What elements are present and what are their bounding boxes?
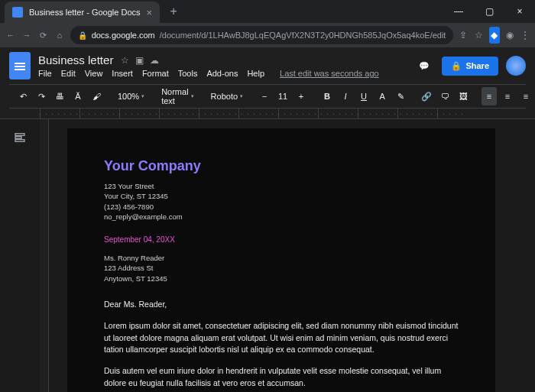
vertical-ruler[interactable] [40, 119, 49, 392]
back-button[interactable]: ← [5, 26, 16, 44]
document-area: Your Company 123 Your Street Your City, … [0, 119, 535, 392]
last-edit-link[interactable]: Last edit was seconds ago [280, 69, 379, 78]
text-color-button[interactable]: A [374, 87, 390, 105]
share-page-icon[interactable]: ⇪ [458, 27, 469, 44]
menu-insert[interactable]: Insert [112, 69, 133, 78]
share-label: Share [465, 61, 489, 70]
forward-button[interactable]: → [21, 26, 32, 44]
align-right-button[interactable]: ≡ [518, 87, 533, 105]
docs-favicon [12, 7, 23, 18]
browser-titlebar: Business letter - Google Docs × + — ▢ × [0, 0, 535, 23]
align-left-button[interactable]: ≡ [481, 87, 497, 105]
bold-button[interactable]: B [319, 87, 335, 105]
account-avatar[interactable] [506, 56, 526, 76]
toolbar: ↶ ↷ 🖶 Ă 🖌 100% Normal text Roboto − 11 +… [9, 84, 526, 109]
url-path: /document/d/1LHAwBJ8gLqEQAgVfX2N3T2y0HDN… [160, 31, 446, 40]
svg-rect-1 [15, 137, 21, 139]
svg-rect-0 [15, 134, 24, 136]
spellcheck-button[interactable]: Ă [70, 87, 86, 105]
font-size-input[interactable]: 11 [275, 87, 290, 105]
window-controls: — ▢ × [443, 0, 535, 23]
menu-file[interactable]: File [38, 69, 52, 78]
company-heading[interactable]: Your Company [104, 156, 459, 177]
home-button[interactable]: ⌂ [54, 26, 65, 44]
sender-address[interactable]: 123 Your Street Your City, ST 12345 (123… [104, 181, 459, 222]
lock-icon: 🔒 [78, 31, 87, 40]
undo-button[interactable]: ↶ [15, 87, 31, 105]
menu-bar: File Edit View Insert Format Tools Add-o… [38, 69, 407, 78]
docs-header: Business letter ☆ ▣ ☁ File Edit View Ins… [0, 47, 535, 109]
profile-icon[interactable]: ◉ [504, 27, 515, 44]
browser-tab[interactable]: Business letter - Google Docs × [5, 2, 160, 23]
zoom-select[interactable]: 100% [115, 92, 148, 101]
recipient-address[interactable]: Ms. Ronny Reader 123 Address St Anytown,… [104, 253, 459, 283]
minimize-button[interactable]: — [443, 0, 474, 23]
highlight-button[interactable]: ✎ [393, 87, 408, 105]
insert-image-button[interactable]: 🖼 [456, 87, 471, 105]
close-tab-icon[interactable]: × [147, 7, 153, 18]
menu-tools[interactable]: Tools [178, 69, 198, 78]
address-bar: ← → ⟳ ⌂ 🔒 docs.google.com/document/d/1LH… [0, 23, 535, 47]
body-paragraph[interactable]: Lorem ipsum dolor sit amet, consectetuer… [104, 320, 459, 356]
menu-help[interactable]: Help [247, 69, 264, 78]
reload-button[interactable]: ⟳ [37, 26, 49, 44]
star-icon[interactable]: ☆ [121, 55, 129, 66]
extension-icon[interactable]: ◆ [489, 27, 500, 44]
lock-share-icon: 🔒 [451, 61, 462, 71]
tab-title: Business letter - Google Docs [29, 8, 141, 17]
menu-addons[interactable]: Add-ons [206, 69, 238, 78]
link-button[interactable]: 🔗 [419, 87, 434, 105]
url-host: docs.google.com [92, 31, 155, 40]
move-icon[interactable]: ▣ [135, 55, 144, 66]
document-page[interactable]: Your Company 123 Your Street Your City, … [67, 128, 495, 392]
salutation[interactable]: Dear Ms. Reader, [104, 299, 459, 311]
close-window-button[interactable]: × [504, 0, 535, 23]
paint-format-button[interactable]: 🖌 [89, 87, 104, 105]
redo-button[interactable]: ↷ [34, 87, 49, 105]
style-select[interactable]: Normal text [158, 87, 196, 105]
document-title[interactable]: Business letter [38, 53, 113, 66]
letter-date[interactable]: September 04, 20XX [104, 234, 459, 245]
menu-format[interactable]: Format [142, 69, 169, 78]
svg-rect-2 [15, 140, 24, 142]
url-input[interactable]: 🔒 docs.google.com/document/d/1LHAwBJ8gLq… [70, 26, 454, 44]
browser-menu-icon[interactable]: ⋮ [520, 27, 530, 44]
bookmark-icon[interactable]: ☆ [474, 27, 485, 44]
add-comment-button[interactable]: 🗨 [437, 87, 452, 105]
comments-icon[interactable]: 💬 [414, 56, 434, 76]
page-canvas[interactable]: Your Company 123 Your Street Your City, … [49, 119, 535, 392]
decrease-font-button[interactable]: − [257, 87, 272, 105]
maximize-button[interactable]: ▢ [474, 0, 504, 23]
increase-font-button[interactable]: + [293, 87, 309, 105]
body-paragraph[interactable]: Duis autem vel eum iriure dolor in hendr… [104, 365, 459, 390]
italic-button[interactable]: I [338, 87, 353, 105]
menu-edit[interactable]: Edit [61, 69, 76, 78]
outline-icon[interactable] [12, 130, 28, 145]
align-center-button[interactable]: ≡ [500, 87, 515, 105]
docs-logo-icon[interactable] [9, 52, 31, 79]
print-button[interactable]: 🖶 [52, 87, 67, 105]
cloud-status-icon[interactable]: ☁ [150, 55, 159, 66]
share-button[interactable]: 🔒 Share [442, 57, 498, 76]
font-select[interactable]: Roboto [208, 92, 246, 101]
new-tab-button[interactable]: + [164, 2, 183, 21]
horizontal-ruler[interactable] [0, 109, 535, 119]
menu-view[interactable]: View [85, 69, 103, 78]
underline-button[interactable]: U [356, 87, 371, 105]
